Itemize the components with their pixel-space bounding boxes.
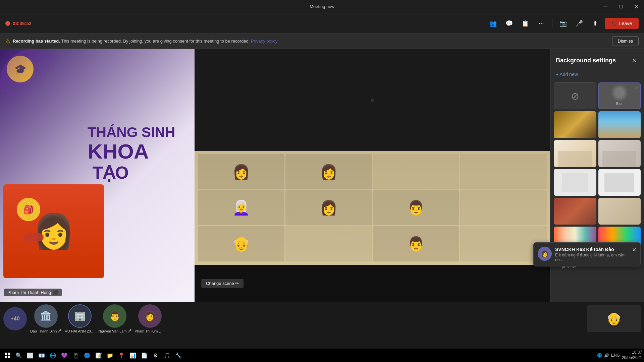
window-title: Meeting now — [310, 4, 334, 9]
dismiss-button[interactable]: Dismiss — [612, 36, 639, 46]
audience-cell-empty — [373, 154, 460, 189]
close-button[interactable]: ✕ — [629, 0, 644, 13]
participant-item[interactable]: 👨 Nguyen Van Lam 🎤 — [98, 304, 131, 333]
word-icon[interactable]: 📄 — [139, 350, 150, 361]
participant-avatar: 👨 — [103, 304, 126, 328]
leave-button[interactable]: 📞 Leave — [605, 18, 639, 29]
recording-bold-text: Recording has started. — [13, 39, 60, 44]
add-new-button[interactable]: + Add new — [550, 69, 644, 80]
viber-icon[interactable]: 📱 — [70, 350, 81, 361]
participant-name: Pham Thi Kim Ngoc — [135, 329, 165, 333]
teams-icon[interactable]: 💜 — [59, 350, 70, 361]
audience-cell-empty — [285, 226, 372, 261]
audience-cell: 👨 — [373, 190, 460, 226]
toolbar-right: 👥 💬 📋 ··· 📷 🎤 ⬆ 📞 Leave — [322, 17, 639, 30]
search-taskbar-icon[interactable]: 🔍 — [13, 350, 24, 361]
mic-button[interactable]: 🎤 — [573, 17, 586, 30]
presenter-video: 👩 — [3, 184, 104, 278]
blur-circle — [613, 86, 626, 100]
bg-thumb-beige[interactable] — [598, 198, 641, 225]
notif-message: E k dám nghĩ được giải luôn ạ, em cảm ơn… — [555, 253, 629, 262]
participant-avatar: 🏛️ — [34, 304, 58, 328]
chrome-icon[interactable]: 🔵 — [82, 350, 93, 361]
recording-banner: ⚠ Recording has started. This meeting is… — [0, 34, 644, 49]
outlook-icon[interactable]: 📧 — [36, 350, 47, 361]
video-area: 🎓 THÁNG SINH KHOA TẠO 👩 🎒 — [0, 49, 550, 302]
participant-name: VU HAI ANH 20187006 — [65, 329, 95, 333]
leave-label: Leave — [619, 21, 632, 26]
app-icon-2[interactable]: 🎵 — [162, 350, 172, 361]
decoration-arc — [0, 49, 67, 116]
record-indicator — [5, 21, 10, 26]
selected-check-icon: ✓ — [634, 84, 639, 91]
excel-icon[interactable]: 📊 — [127, 350, 138, 361]
task-view-icon[interactable]: ⬜ — [25, 350, 36, 361]
svg-rect-3 — [8, 356, 10, 358]
edge-icon[interactable]: 🌐 — [48, 350, 58, 361]
bg-thumb-blur[interactable]: Blur ✓ — [598, 82, 641, 109]
taskbar-date-value: 20/05/2021 — [622, 355, 642, 361]
bg-thumb-office2[interactable] — [554, 198, 596, 225]
taskbar-clock[interactable]: 16:37 20/05/2021 — [622, 350, 642, 360]
no-background-icon: ⊘ — [571, 90, 579, 102]
folder-icon[interactable]: 📁 — [105, 350, 115, 361]
change-scene-button[interactable]: Change scene ✏ — [201, 279, 244, 288]
bg-panel-close-button[interactable]: ✕ — [629, 56, 639, 65]
participants-more-button[interactable]: +40 — [3, 307, 27, 330]
app-icon-3[interactable]: 🔧 — [173, 350, 184, 361]
bg-thumb-none[interactable]: ⊘ — [554, 82, 596, 109]
more-button[interactable]: ··· — [535, 17, 548, 30]
record-time: 03:36:52 — [13, 21, 32, 26]
participants-bar: +40 🏛️ Dao Thanh Binh 🎤 🏢 VU HAI ANH 201… — [0, 302, 644, 335]
toolbar-divider — [552, 18, 552, 28]
notif-close-button[interactable]: ✕ — [632, 247, 636, 253]
audience-cell-empty — [460, 190, 547, 226]
participant-item[interactable]: 👩 Pham Thi Kim Ngoc — [135, 304, 165, 333]
audience-grid-area: 👩 👩 👩‍🦳 👩 👨 👴 👨 — [195, 151, 550, 265]
chat-button[interactable]: 💬 — [502, 17, 516, 30]
participant-preview: 👴 — [587, 305, 641, 332]
notepad-icon[interactable]: 📝 — [93, 350, 104, 361]
video-black-top: ● — [195, 49, 550, 151]
window-controls: ─ □ ✕ — [598, 0, 644, 13]
start-button[interactable] — [2, 350, 13, 361]
participant-name: Dao Thanh Binh — [30, 329, 57, 333]
minimize-button[interactable]: ─ — [598, 0, 613, 13]
bg-thumb-room2[interactable] — [598, 140, 641, 167]
lang-indicator[interactable]: ENG — [611, 353, 620, 358]
participant-avatar: 🏢 — [68, 304, 92, 328]
toolbar: 03:36:52 👥 💬 📋 ··· 📷 🎤 ⬆ 📞 Leave — [0, 13, 644, 34]
network-icon[interactable]: 🌐 — [597, 353, 602, 358]
participant-item[interactable]: 🏛️ Dao Thanh Binh 🎤 — [30, 304, 61, 333]
audience-cell: 👩‍🦳 — [198, 190, 284, 226]
bg-thumb-city[interactable] — [598, 111, 641, 138]
participant-item[interactable]: 🏢 VU HAI ANH 20187006 — [65, 304, 95, 333]
system-icons: 🌐 🔊 ENG — [597, 353, 620, 358]
bg-thumbnails-grid: ⊘ Blur ✓ — [550, 80, 644, 256]
share-button[interactable]: ⬆ — [589, 17, 602, 30]
bg-thumb-room1[interactable] — [554, 140, 596, 167]
bg-thumb-white1[interactable] — [554, 169, 596, 196]
audience-cell: 👴 — [198, 226, 284, 261]
bg-thumb-white2[interactable] — [598, 169, 641, 196]
volume-icon[interactable]: 🔊 — [604, 353, 609, 358]
presenter-panel: 🎓 THÁNG SINH KHOA TẠO 👩 🎒 — [0, 49, 195, 302]
blur-label: Blur — [616, 102, 623, 106]
decoration-bar — [23, 233, 44, 241]
presenter-name: Pham Thi Thanh Hong — [7, 290, 51, 295]
audience-seating: 👩 👩 👩‍🦳 👩 👨 👴 👨 — [195, 151, 550, 265]
presenter-screen-share-icon: ⬛ — [53, 290, 58, 295]
participants-button[interactable]: 👥 — [486, 17, 500, 30]
audience-cell: 👨 — [373, 226, 460, 261]
app-icon-1[interactable]: ⚙ — [150, 350, 161, 361]
bg-thumb-office[interactable] — [554, 111, 596, 138]
camera-button[interactable]: 📷 — [556, 17, 570, 30]
maximize-button[interactable]: □ — [613, 0, 629, 13]
toolbar-left: 03:36:52 — [5, 21, 322, 26]
notif-name: SVNCKH K63 Kế toán Đào — [555, 247, 629, 252]
apps-button[interactable]: 📋 — [519, 17, 532, 30]
mic-off-icon: 🎤 — [127, 329, 131, 333]
maps-icon[interactable]: 📍 — [116, 350, 127, 361]
privacy-policy-link[interactable]: Privacy policy — [251, 39, 277, 44]
text-line3: TẠO — [88, 163, 175, 182]
